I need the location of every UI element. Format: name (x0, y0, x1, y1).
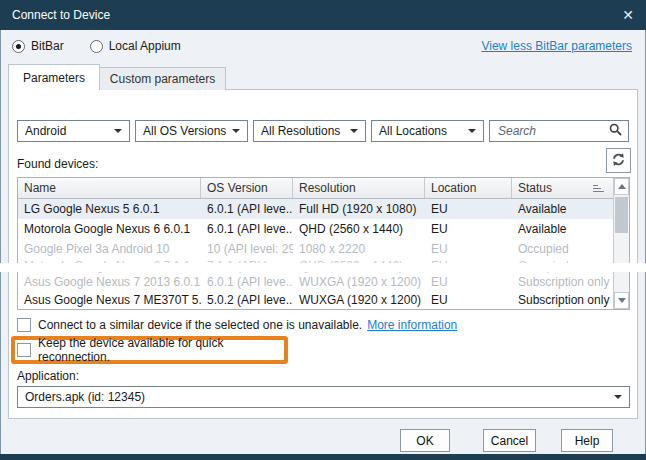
device-row-selected[interactable]: LG Google Nexus 5 6.0.1 6.0.1 (API leve.… (18, 199, 629, 219)
tab-parameters-label: Parameters (23, 71, 85, 85)
chevron-down-icon (114, 129, 122, 133)
provider-selector-row: BitBar Local Appium View less BitBar par… (12, 34, 632, 58)
cell-status[interactable]: Occupied (512, 242, 612, 256)
cell-os-version[interactable]: 6.0.1 (API leve... (201, 275, 293, 289)
close-icon[interactable]: ✕ (622, 8, 634, 22)
similar-device-label[interactable]: Connect to a similar device if the selec… (38, 318, 362, 332)
ok-button-label: OK (416, 434, 433, 448)
cancel-button-label: Cancel (491, 434, 528, 448)
column-header-name[interactable]: Name (18, 178, 201, 198)
scrollbar-thumb[interactable] (615, 197, 628, 233)
cell-status[interactable]: Available (512, 222, 612, 236)
chevron-down-icon (614, 395, 622, 399)
radio-bitbar[interactable]: BitBar (12, 39, 64, 53)
column-header-status[interactable]: Status (512, 178, 612, 198)
more-information-link[interactable]: More information (367, 318, 457, 332)
chevron-down-icon (350, 129, 358, 133)
radio-local-appium[interactable]: Local Appium (90, 39, 181, 53)
cancel-button[interactable]: Cancel (483, 429, 536, 452)
device-type-value: Android (25, 124, 66, 138)
ok-button[interactable]: OK (400, 429, 450, 452)
application-value: Orders.apk (id: 12345) (25, 390, 145, 404)
table-scrollbar[interactable] (613, 178, 629, 309)
device-type-dropdown[interactable]: Android (17, 120, 130, 142)
cell-location[interactable]: EU (425, 202, 512, 216)
column-header-name-label: Name (24, 181, 56, 195)
cell-os-version[interactable]: 10 (API level: 29) (201, 242, 293, 256)
resolution-value: All Resolutions (261, 124, 340, 138)
sort-ascending-icon[interactable] (593, 185, 606, 192)
column-header-resolution-label: Resolution (299, 181, 356, 195)
tab-custom-parameters[interactable]: Custom parameters (99, 67, 226, 90)
cell-os-version[interactable]: 5.0.2 (API leve... (201, 293, 293, 307)
device-row[interactable]: Asus Google Nexus 7 ME370T 5.0.2 5.0.2 (… (18, 291, 629, 309)
cell-resolution[interactable]: WUXGA (1920 x 1200) (293, 293, 425, 307)
cell-name[interactable]: Asus Google Nexus 7 ME370T 5.0.2 (18, 293, 201, 307)
cell-name[interactable]: Asus Google Nexus 7 2013 6.0.1 (18, 275, 201, 289)
found-devices-label: Found devices: (17, 157, 98, 171)
radio-bitbar-label: BitBar (31, 39, 64, 53)
cell-os-version[interactable]: 6.0.1 (API leve... (201, 222, 293, 236)
cell-status[interactable]: Subscription only (512, 293, 612, 307)
cell-location[interactable]: EU (425, 242, 512, 256)
cell-status[interactable]: Subscription only (512, 275, 612, 289)
cell-status[interactable]: Available (512, 202, 612, 216)
refresh-icon (611, 152, 626, 170)
tab-custom-parameters-label: Custom parameters (110, 72, 215, 86)
search-input[interactable] (496, 123, 609, 139)
similar-device-checkbox[interactable] (17, 318, 31, 332)
cell-resolution[interactable]: Full HD (1920 x 1080) (293, 202, 425, 216)
scroll-down-button[interactable] (614, 292, 629, 309)
radio-unselected-icon (90, 40, 103, 53)
cell-resolution[interactable]: 1080 x 2220 (293, 242, 425, 256)
scroll-up-icon (618, 184, 626, 189)
os-version-dropdown[interactable]: All OS Versions (135, 120, 248, 142)
radio-selected-icon (12, 40, 25, 53)
cell-name[interactable]: LG Google Nexus 5 6.0.1 (18, 202, 201, 216)
dialog-title: Connect to Device (12, 8, 110, 22)
column-header-resolution[interactable]: Resolution (293, 178, 425, 198)
help-button-label: Help (575, 434, 600, 448)
quick-filter-search (489, 120, 629, 142)
device-row[interactable]: Motorola Google Nexus 6 6.0.1 6.0.1 (API… (18, 219, 629, 239)
chevron-down-icon (468, 129, 476, 133)
resolution-dropdown[interactable]: All Resolutions (253, 120, 366, 142)
scroll-up-button[interactable] (614, 178, 629, 195)
view-less-bitbar-parameters-link[interactable]: View less BitBar parameters (481, 39, 632, 53)
refresh-button[interactable] (606, 148, 631, 173)
column-header-status-label: Status (518, 181, 552, 195)
cell-resolution[interactable]: WUXGA (1920 x 1200) (293, 275, 425, 289)
cell-location[interactable]: EU (425, 275, 512, 289)
search-icon (609, 123, 622, 139)
column-header-os-version-label: OS Version (207, 181, 268, 195)
connect-to-device-dialog: Connect to Device ✕ BitBar Local Appium … (0, 0, 646, 460)
os-version-value: All OS Versions (143, 124, 226, 138)
cell-location[interactable]: EU (425, 222, 512, 236)
cell-name[interactable]: Motorola Google Nexus 6 6.0.1 (18, 222, 201, 236)
cell-os-version[interactable]: 6.0.1 (API leve... (201, 202, 293, 216)
cell-name[interactable]: Google Pixel 3a Android 10 (18, 242, 201, 256)
dialog-border-left (0, 0, 1, 460)
device-row-occupied[interactable]: Google Pixel 3a Android 10 10 (API level… (18, 239, 629, 259)
cell-resolution[interactable]: QHD (2560 x 1440) (293, 222, 425, 236)
tab-parameters[interactable]: Parameters (8, 64, 100, 90)
cell-location[interactable]: EU (425, 293, 512, 307)
highlight-box: Keep the device available for quick reco… (11, 336, 288, 364)
help-button[interactable]: Help (561, 429, 613, 452)
table-header-row: Name OS Version Resolution Location Stat… (18, 178, 629, 199)
column-header-location-label: Location (431, 181, 476, 195)
device-row-subscription[interactable]: Asus Google Nexus 7 2013 6.0.1 6.0.1 (AP… (18, 273, 629, 291)
scroll-down-icon (618, 298, 626, 303)
similar-device-option: Connect to a similar device if the selec… (17, 318, 457, 332)
column-header-location[interactable]: Location (425, 178, 512, 198)
location-value: All Locations (379, 124, 447, 138)
application-dropdown[interactable]: Orders.apk (id: 12345) (17, 386, 630, 408)
location-dropdown[interactable]: All Locations (371, 120, 484, 142)
devices-table: Name OS Version Resolution Location Stat… (17, 177, 630, 310)
column-header-os-version[interactable]: OS Version (201, 178, 293, 198)
title-bar: Connect to Device ✕ (0, 0, 646, 30)
keep-device-label[interactable]: Keep the device available for quick reco… (38, 336, 284, 364)
keep-device-checkbox[interactable] (17, 343, 31, 357)
chevron-down-icon (232, 129, 240, 133)
screenshot-tear-band (0, 263, 646, 272)
